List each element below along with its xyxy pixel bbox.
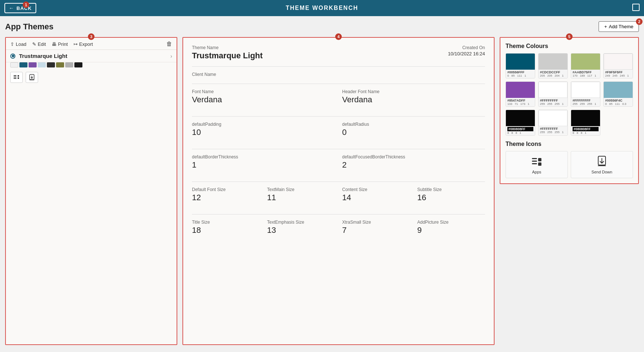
default-radius-field: defaultRadius 0 [342, 122, 485, 137]
add-badge: 2 [636, 18, 643, 25]
plus-icon: + [604, 24, 607, 29]
radio-inner [12, 55, 14, 57]
colour-swatch-5 [538, 82, 567, 98]
add-theme-button[interactable]: + Add Theme [599, 21, 639, 32]
colour-info-4: #8547ADFF 133 71 173 1 [506, 98, 535, 106]
colour-card-0: #00556FFF 0 85 111 1 [506, 53, 535, 78]
content-size-label: Content Size [342, 187, 410, 192]
colour-card-2: #AABD75FF 170 189 117 1 [571, 53, 600, 78]
theme-name: Trustmarque Light [19, 53, 167, 59]
colour-swatch-10 [571, 110, 600, 126]
text-main-size-value: 11 [267, 193, 335, 202]
colour-card-5: #FFFFFFFF 255 255 255 1 [538, 81, 568, 107]
add-picture-size-value: 9 [417, 225, 485, 235]
icon-send-down-label: Send Down [592, 170, 612, 174]
colour-swatch-4 [506, 82, 535, 98]
divider-5 [192, 182, 485, 182]
border-thickness-label: defaultBorderThickness [192, 154, 335, 160]
title-size-label: Title Size [192, 220, 260, 225]
colour-rgba-3: 249 245 245 1 [605, 74, 631, 77]
colour-hex-7: #00556F4C [605, 99, 631, 102]
created-on-section: Created On 10/10/2022 16:24 [448, 45, 485, 60]
font-name-label: Font Name [192, 89, 335, 94]
icon-apps-label: Apps [532, 170, 541, 174]
divider-1 [192, 66, 485, 67]
send-down-icon [596, 155, 608, 168]
icon-apps [10, 72, 23, 83]
colour-swatch-3 [604, 54, 633, 70]
svg-rect-1 [14, 77, 16, 77]
text-main-size-label: TextMain Size [267, 187, 335, 192]
apps-icon [530, 155, 543, 168]
edit-icon: ✎ [32, 41, 36, 47]
border-thickness-field: defaultBorderThickness 1 [192, 154, 335, 170]
colour-swatch-8 [506, 110, 535, 126]
load-label: Load [16, 41, 26, 47]
default-radius-value: 0 [342, 128, 485, 137]
delete-button[interactable]: 🗑 [166, 41, 172, 47]
swatch-6 [65, 62, 73, 67]
icon-send-down [26, 72, 38, 83]
colour-rgba-6: 255 255 255 1 [573, 102, 599, 106]
colour-hex-4: #8547ADFF [507, 99, 533, 102]
back-button[interactable]: ← BACK [4, 3, 36, 13]
xtra-small-size-field: XtraSmall Size 7 [342, 220, 410, 235]
subtitle-size-label: Subtitle Size [417, 187, 485, 192]
focused-border-thickness-field: defaultFocusedBorderThickness 2 [342, 154, 485, 170]
default-padding-label: defaultPadding [192, 122, 335, 127]
colour-card-10: #080808FF 8 8 8 1 [571, 110, 600, 136]
svg-rect-4 [18, 77, 19, 79]
colour-card-6: #FFFFFFFF 255 255 255 1 [571, 81, 600, 107]
icon-card-send-down: Send Down [571, 151, 633, 178]
detail-meta: Theme Name Trustmarque Light Created On … [192, 45, 485, 60]
created-on-value: 10/10/2022 16:24 [448, 51, 485, 56]
colour-info-1: #CDCDCCFF 205 205 204 1 [538, 70, 567, 78]
svg-rect-11 [538, 158, 541, 161]
default-padding-field: defaultPadding 10 [192, 122, 335, 137]
icons-grid: Apps Send Down [506, 151, 633, 178]
left-panel: ⇧ Load ✎ Edit 🖶 Print ↦ Export [5, 37, 177, 345]
load-button[interactable]: ⇧ Load [10, 41, 26, 47]
divider-3 [192, 116, 485, 117]
colour-card-3: #F9F5F5FF 249 245 245 1 [603, 53, 633, 78]
header-font-name-label: Header Font Name [342, 89, 485, 94]
colour-rgba-0: 0 85 111 1 [507, 74, 533, 77]
print-button[interactable]: 🖶 Print [52, 41, 68, 47]
theme-list-item[interactable]: Trustmarque Light › [6, 50, 177, 62]
svg-rect-10 [532, 163, 537, 164]
colour-rgba-8: 8 8 8 1 [507, 131, 533, 135]
page-header: App Themes + Add Theme 2 [5, 21, 639, 32]
swatch-5 [56, 62, 64, 67]
border-row: defaultBorderThickness 1 defaultFocusedB… [192, 154, 485, 176]
export-button[interactable]: ↦ Export [74, 41, 93, 47]
columns: 3 ⇧ Load ✎ Edit 🖶 Print [5, 37, 639, 345]
swatch-0 [10, 62, 18, 67]
add-theme-label: Add Theme [609, 24, 633, 29]
edit-label: Edit [38, 41, 46, 47]
colour-rgba-2: 170 189 117 1 [573, 74, 599, 77]
default-padding-value: 10 [192, 128, 335, 137]
title-size-field: Title Size 18 [192, 220, 260, 235]
focused-border-thickness-label: defaultFocusedBorderThickness [342, 154, 485, 160]
add-picture-size-label: AddPicture Size [417, 220, 485, 225]
edit-button[interactable]: ✎ Edit [32, 41, 46, 47]
font-sizes-row-2: Title Size 18 TextEmphasis Size 13 XtraS… [192, 220, 485, 242]
svg-rect-0 [14, 75, 16, 76]
theme-colours-title: Theme Colours [506, 43, 633, 50]
colour-hex-2: #AABD75FF [573, 70, 599, 74]
colour-card-9: #FFFFFFFF 255 255 255 1 [538, 110, 568, 136]
colour-hex-10: #080808FF [573, 127, 599, 131]
colour-swatch-9 [538, 110, 567, 126]
right-panel-badge: 5 [566, 33, 573, 40]
colour-card-7: #00556F4C 0 85 111 0.3 [603, 81, 633, 107]
colour-rgba-7: 0 85 111 0.3 [605, 102, 631, 106]
colour-card-1: #CDCDCCFF 205 205 204 1 [538, 53, 568, 78]
text-emphasis-size-label: TextEmphasis Size [267, 220, 335, 225]
default-radius-label: defaultRadius [342, 122, 485, 127]
theme-name-value: Trustmarque Light [192, 51, 263, 60]
print-icon: 🖶 [52, 41, 56, 47]
theme-name-label: Theme Name [192, 45, 263, 50]
swatch-2 [29, 62, 37, 67]
text-emphasis-size-value: 13 [267, 225, 335, 235]
title-size-value: 18 [192, 225, 260, 235]
